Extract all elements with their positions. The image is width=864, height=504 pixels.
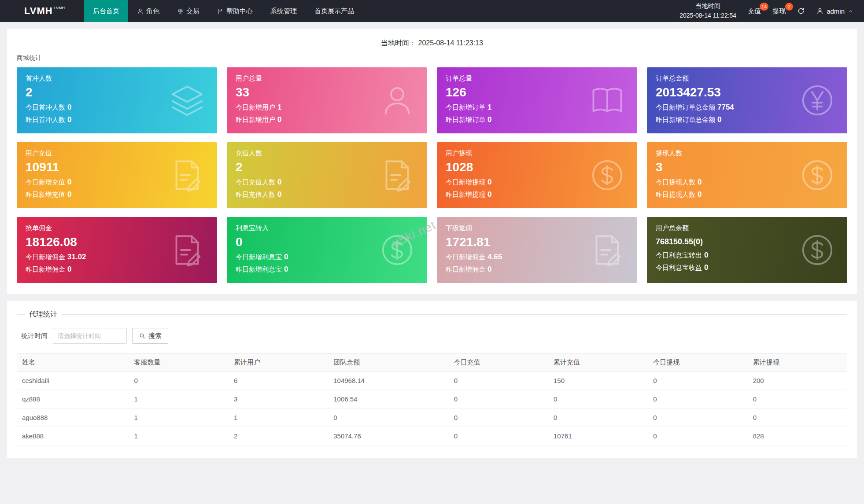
stat-line-label: 今日利息宝收益 (656, 264, 702, 271)
search-icon (139, 332, 146, 339)
cell-value: 10761 (548, 427, 648, 445)
admin-menu[interactable]: admin (816, 7, 853, 15)
nav-item-roles[interactable]: 角色 (128, 0, 168, 22)
stat-line-value: 0 (67, 115, 71, 124)
stat-line-label: 今日利息宝转出 (656, 251, 702, 259)
agent-fieldset: 代理统计 统计时间 搜索 姓名 客服数量 累计用户 团队余额 今日充值 (17, 314, 847, 445)
nav-item-system[interactable]: 系统管理 (262, 0, 306, 22)
person-icon (816, 7, 823, 15)
stat-line-label: 昨日新增提现 (446, 191, 485, 198)
cell-value: 1 (229, 408, 328, 427)
nav-item-label: 角色 (146, 7, 159, 15)
layers-icon (169, 82, 206, 119)
stat-time-input[interactable] (53, 328, 127, 344)
table-row: qz888 1 3 1006.54 0 0 0 0 (17, 390, 847, 408)
cell-value: 104968.14 (328, 372, 448, 390)
nav-item-trade[interactable]: 交易 (168, 0, 208, 22)
stat-line-label: 昨日充值人数 (236, 191, 275, 198)
brand-logo: LVMH LVMH (0, 0, 84, 22)
cell-name: ceshidaili (17, 372, 129, 390)
dollar-icon (799, 232, 836, 269)
stat-line-value: 0 (277, 190, 281, 199)
stat-line-value: 1 (277, 103, 281, 111)
stat-time-label: 统计时间 (21, 332, 48, 340)
stat-line-label: 今日新增佣金 (446, 253, 485, 261)
stat-line-label: 昨日新增用户 (236, 116, 275, 123)
withdraw-label: 提现 (772, 7, 786, 15)
refresh-icon[interactable] (797, 7, 805, 15)
col-header-total-recharge: 累计充值 (548, 354, 648, 372)
local-time-label: 当地时间 (679, 1, 736, 11)
stats-cards-grid: 首冲人数 2 今日首冲人数0 昨日首冲人数0 用户总量 33 今日新增用户1 昨… (17, 67, 847, 283)
stat-card-recharge-users: 充值人数 2 今日充值人数0 昨日充值人数0 (227, 142, 427, 208)
cell-value: 35074.76 (328, 427, 448, 445)
recharge-badge: 14 (760, 3, 768, 11)
cell-value: 0 (449, 427, 548, 445)
dollar-icon (799, 157, 836, 194)
stat-line-value: 0 (717, 115, 721, 124)
cell-value: 3 (229, 390, 328, 408)
dollar-icon (589, 157, 626, 194)
col-header-team-balance: 团队余额 (328, 354, 448, 372)
recharge-button[interactable]: 充值 14 (748, 7, 761, 15)
stat-line-label: 今日新增订单总金额 (656, 103, 715, 111)
stat-line-label: 今日新增利息宝 (236, 253, 282, 261)
table-row: aguo888 1 1 0 0 0 0 0 (17, 408, 847, 427)
nav-item-help[interactable]: 帮助中心 (208, 0, 262, 22)
col-header-service-count: 客服数量 (129, 354, 229, 372)
cell-value: 150 (548, 372, 648, 390)
search-button[interactable]: 搜索 (132, 328, 168, 344)
navbar-right: 当地时间 2025-08-14 11:22:54 充值 14 提现 2 admi… (679, 0, 864, 22)
stat-card-interest-transfer-in: 利息宝转入 0 今日新增利息宝0 昨日新增利息宝0 (227, 217, 427, 283)
stat-line-value: 0 (698, 190, 702, 199)
cell-name: ake888 (17, 427, 129, 445)
stat-line-label: 今日新增佣金 (26, 253, 65, 261)
cell-value: 0 (748, 390, 847, 408)
stat-line-label: 昨日提现人数 (656, 191, 695, 198)
cell-value: 828 (748, 427, 847, 445)
page-local-time: 当地时间： 2025-08-14 11:23:13 (17, 37, 847, 53)
stat-line-label: 昨日新增佣金 (446, 265, 485, 273)
stat-card-order-commission: 抢单佣金 18126.08 今日新增佣金31.02 昨日新增佣金0 (17, 217, 217, 283)
user-icon (137, 8, 144, 15)
cell-value: 0 (648, 408, 747, 427)
brand-logo-sup: LVMH (54, 6, 65, 10)
cell-value: 0 (648, 427, 747, 445)
nav-item-products[interactable]: 首页展示产品 (306, 0, 363, 22)
stat-line-label: 昨日新增佣金 (26, 265, 65, 273)
cell-value: 0 (449, 390, 548, 408)
stats-panel: 当地时间： 2025-08-14 11:23:13 商城统计 首冲人数 2 今日… (7, 29, 857, 294)
cell-value: 0 (449, 408, 548, 427)
nav-item-home[interactable]: 后台首页 (84, 0, 128, 22)
recharge-label: 充值 (748, 7, 761, 15)
user-icon (379, 82, 416, 119)
stat-line-value: 31.02 (67, 253, 86, 261)
admin-name: admin (827, 7, 845, 15)
edit-doc-icon (379, 157, 416, 194)
agent-section-title: 代理统计 (25, 310, 62, 319)
stat-line-value: 4.65 (487, 253, 502, 261)
page-local-time-value: 2025-08-14 11:23:13 (418, 39, 483, 47)
cell-value: 0 (449, 372, 548, 390)
search-button-label: 搜索 (148, 332, 162, 340)
stat-card-user-recharge: 用户充值 10911 今日新增充值0 昨日新增充值0 (17, 142, 217, 208)
stat-line-value: 0 (277, 178, 281, 186)
nav-item-label: 首页展示产品 (314, 7, 354, 15)
cell-value: 2 (229, 427, 328, 445)
cell-value: 0 (648, 390, 747, 408)
cell-value: 0 (129, 372, 229, 390)
edit-doc-icon (169, 232, 206, 269)
stat-line-label: 今日充值人数 (236, 178, 275, 186)
cell-value: 0 (548, 390, 648, 408)
stat-card-sub-rebate: 下级返佣 1721.81 今日新增佣金4.65 昨日新增佣金0 (437, 217, 637, 283)
cell-value: 1 (129, 408, 229, 427)
stat-card-total-users: 用户总量 33 今日新增用户1 昨日新增用户0 (227, 67, 427, 133)
local-time-value: 2025-08-14 11:22:54 (679, 11, 736, 21)
stat-line-label: 昨日新增订单总金额 (656, 116, 715, 123)
stat-line-value: 0 (284, 265, 288, 273)
yen-icon (799, 82, 836, 119)
stat-card-user-total-balance: 用户总余额 768150.55(0) 今日利息宝转出0 今日利息宝收益0 (647, 217, 847, 283)
withdraw-button[interactable]: 提现 2 (772, 7, 786, 15)
stat-line-label: 昨日新增利息宝 (236, 265, 282, 273)
agent-table: 姓名 客服数量 累计用户 团队余额 今日充值 累计充值 今日提现 累计提现 ce… (17, 353, 847, 445)
